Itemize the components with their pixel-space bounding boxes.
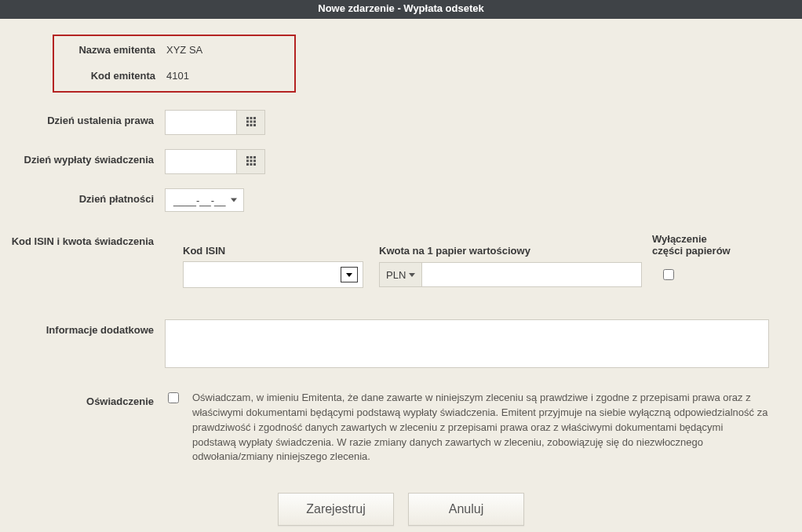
- declaration-checkbox[interactable]: [168, 392, 179, 403]
- record-date-input[interactable]: [165, 110, 237, 135]
- svg-rect-7: [250, 124, 252, 126]
- window-title-bar: Nowe zdarzenie - Wypłata odsetek: [0, 0, 802, 19]
- record-date-label: Dzień ustalenia prawa: [8, 110, 165, 126]
- payment-date-input[interactable]: [165, 149, 237, 174]
- svg-rect-0: [246, 117, 249, 119]
- chevron-down-icon: [409, 273, 415, 277]
- isin-input[interactable]: [184, 262, 341, 287]
- svg-rect-5: [253, 120, 256, 122]
- isin-section-label: Kod ISIN i kwota świadczenia: [8, 234, 165, 247]
- svg-rect-3: [246, 120, 249, 122]
- calendar-icon: [246, 117, 256, 129]
- exclude-checkbox[interactable]: [663, 269, 674, 280]
- pay-day-label: Dzień płatności: [8, 188, 165, 205]
- pay-day-value: ____-__-__: [173, 195, 226, 206]
- cancel-button[interactable]: Anuluj: [408, 493, 524, 526]
- svg-rect-10: [250, 156, 252, 159]
- issuer-name-value: XYZ SA: [166, 44, 294, 56]
- payment-date-picker-button[interactable]: [237, 149, 265, 174]
- svg-rect-12: [246, 159, 249, 162]
- additional-info-label: Informacje dodatkowe: [8, 319, 165, 336]
- form-body: Nazwa emitenta XYZ SA Kod emitenta 4101 …: [0, 19, 802, 532]
- pay-day-dropdown[interactable]: ____-__-__: [165, 188, 244, 212]
- record-date-picker-button[interactable]: [237, 110, 265, 135]
- chevron-down-icon: [346, 273, 352, 277]
- issuer-highlight-box: Nazwa emitenta XYZ SA Kod emitenta 4101: [53, 35, 296, 93]
- currency-dropdown[interactable]: PLN: [379, 262, 422, 287]
- declaration-text: Oświadczam, w imieniu Emitenta, że dane …: [188, 391, 768, 465]
- svg-rect-14: [253, 159, 256, 162]
- register-button[interactable]: Zarejestruj: [278, 493, 394, 526]
- calendar-icon: [246, 156, 256, 168]
- additional-info-textarea[interactable]: [165, 319, 769, 368]
- svg-rect-16: [250, 163, 252, 166]
- svg-rect-1: [250, 117, 252, 119]
- issuer-name-label: Nazwa emitenta: [54, 44, 166, 56]
- isin-column-header: Kod ISIN: [183, 245, 379, 257]
- isin-combo[interactable]: [183, 261, 363, 288]
- svg-rect-4: [250, 120, 252, 122]
- window-title: Nowe zdarzenie - Wypłata odsetek: [318, 2, 483, 14]
- payment-date-label: Dzień wypłaty świadczenia: [8, 149, 165, 166]
- svg-rect-6: [246, 124, 249, 126]
- svg-rect-11: [253, 156, 256, 159]
- amount-column-header: Kwota na 1 papier wartościowy: [379, 245, 652, 257]
- svg-rect-2: [253, 117, 256, 119]
- svg-rect-17: [253, 163, 256, 166]
- issuer-code-value: 4101: [166, 70, 294, 82]
- svg-rect-8: [253, 124, 256, 126]
- isin-dropdown-button[interactable]: [341, 267, 358, 282]
- amount-input[interactable]: [422, 262, 642, 287]
- svg-rect-9: [246, 156, 249, 159]
- issuer-code-label: Kod emitenta: [54, 70, 166, 82]
- svg-rect-13: [250, 159, 252, 162]
- exclude-column-header: Wyłączenie części papierów: [652, 233, 772, 257]
- svg-rect-15: [246, 163, 249, 166]
- declaration-label: Oświadczenie: [8, 391, 165, 407]
- chevron-down-icon: [231, 199, 237, 202]
- currency-value: PLN: [386, 269, 406, 281]
